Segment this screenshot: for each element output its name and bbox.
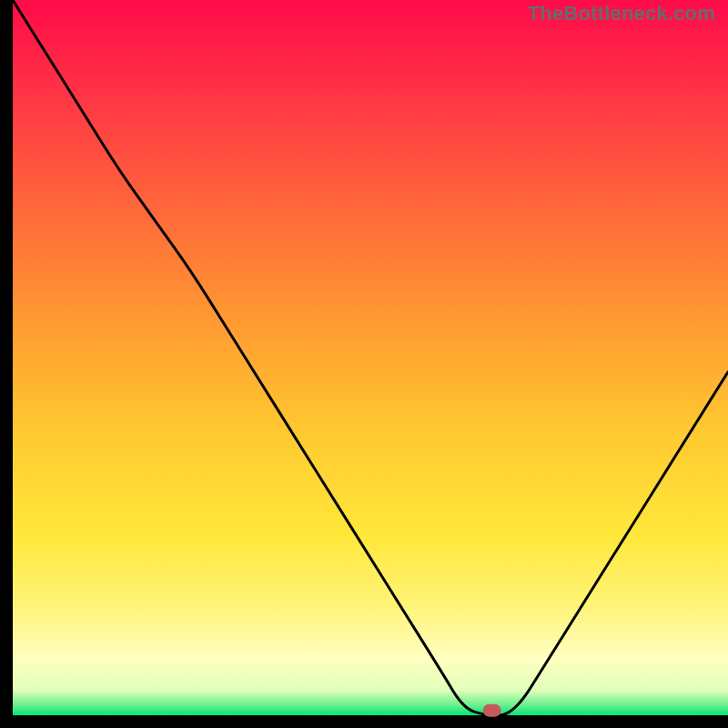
optimal-marker (483, 704, 501, 717)
chart-svg (0, 0, 728, 728)
gradient-background (13, 0, 728, 715)
watermark-text: TheBottleneck.com (528, 2, 715, 25)
bottleneck-chart: TheBottleneck.com (0, 0, 728, 728)
